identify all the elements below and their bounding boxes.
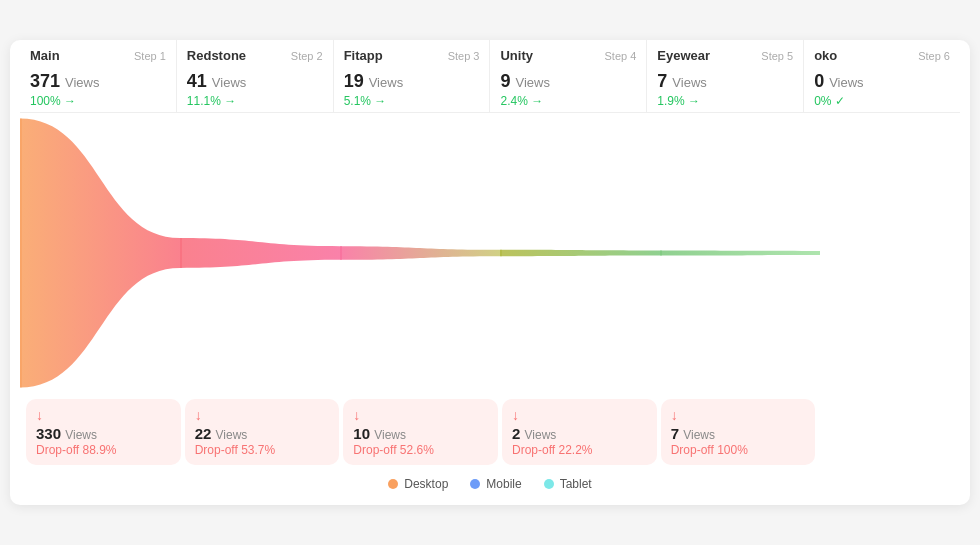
views-pct-4: 1.9% →: [647, 92, 803, 112]
dropoff-arrow-4: ↓: [671, 407, 678, 423]
legend-dot-0: [388, 479, 398, 489]
step-col-0: MainStep 1371 Views100% →: [20, 40, 177, 112]
funnel-visual: [20, 113, 960, 393]
svg-rect-0: [20, 119, 22, 388]
step-header-2: FitappStep 3: [334, 40, 490, 67]
dropoff-card-4: ↓ 7 Views Drop-off 100%: [661, 399, 816, 465]
svg-rect-4: [660, 250, 662, 255]
legend-dot-2: [544, 479, 554, 489]
dropoff-label-1: Drop-off 53.7%: [195, 443, 276, 457]
step-header-1: RedstoneStep 2: [177, 40, 333, 67]
dropoff-card-3: ↓ 2 Views Drop-off 22.2%: [502, 399, 657, 465]
dropoff-card-2: ↓ 10 Views Drop-off 52.6%: [343, 399, 498, 465]
dropoff-label-3: Drop-off 22.2%: [512, 443, 593, 457]
dropoff-views-4: 7 Views: [671, 425, 715, 442]
steps-header-row: MainStep 1371 Views100% →RedstoneStep 24…: [20, 40, 960, 113]
views-count-1: 41 Views: [177, 67, 333, 92]
views-count-5: 0 Views: [804, 67, 960, 92]
step-number-5: Step 6: [918, 50, 950, 62]
legend-label-0: Desktop: [404, 477, 448, 491]
step-header-5: okoStep 6: [804, 40, 960, 67]
dropoff-label-4: Drop-off 100%: [671, 443, 748, 457]
views-count-3: 9 Views: [490, 67, 646, 92]
step-col-5: okoStep 60 Views0% ✓: [804, 40, 960, 112]
dropoff-arrow-2: ↓: [353, 407, 360, 423]
dropoff-card-5: [819, 399, 954, 465]
step-number-4: Step 5: [761, 50, 793, 62]
views-pct-2: 5.1% →: [334, 92, 490, 112]
step-number-1: Step 2: [291, 50, 323, 62]
views-pct-1: 11.1% →: [177, 92, 333, 112]
svg-rect-3: [500, 250, 502, 256]
legend-label-2: Tablet: [560, 477, 592, 491]
dropoff-views-2: 10 Views: [353, 425, 406, 442]
svg-rect-1: [180, 238, 182, 268]
dropoff-arrow-3: ↓: [512, 407, 519, 423]
step-name-5: oko: [814, 48, 837, 63]
views-pct-5: 0% ✓: [804, 92, 960, 112]
views-count-0: 371 Views: [20, 67, 176, 92]
step-number-0: Step 1: [134, 50, 166, 62]
dropoff-card-1: ↓ 22 Views Drop-off 53.7%: [185, 399, 340, 465]
dropoff-views-0: 330 Views: [36, 425, 97, 442]
step-header-0: MainStep 1: [20, 40, 176, 67]
dropoff-card-0: ↓ 330 Views Drop-off 88.9%: [26, 399, 181, 465]
dropoff-arrow-1: ↓: [195, 407, 202, 423]
step-name-3: Unity: [500, 48, 533, 63]
step-number-3: Step 4: [605, 50, 637, 62]
views-pct-0: 100% →: [20, 92, 176, 112]
step-name-2: Fitapp: [344, 48, 383, 63]
step-header-4: EyewearStep 5: [647, 40, 803, 67]
dropoff-views-3: 2 Views: [512, 425, 556, 442]
legend-label-1: Mobile: [486, 477, 521, 491]
svg-rect-2: [340, 246, 342, 260]
funnel-chart: MainStep 1371 Views100% →RedstoneStep 24…: [10, 40, 970, 505]
dropoff-row: ↓ 330 Views Drop-off 88.9% ↓ 22 Views Dr…: [20, 393, 960, 465]
step-header-3: UnityStep 4: [490, 40, 646, 67]
step-col-3: UnityStep 49 Views2.4% →: [490, 40, 647, 112]
dropoff-label-0: Drop-off 88.9%: [36, 443, 117, 457]
legend-item-1: Mobile: [470, 477, 521, 491]
dropoff-label-2: Drop-off 52.6%: [353, 443, 434, 457]
step-col-4: EyewearStep 57 Views1.9% →: [647, 40, 804, 112]
legend-item-0: Desktop: [388, 477, 448, 491]
dropoff-views-1: 22 Views: [195, 425, 248, 442]
step-name-0: Main: [30, 48, 60, 63]
views-pct-3: 2.4% →: [490, 92, 646, 112]
step-col-2: FitappStep 319 Views5.1% →: [334, 40, 491, 112]
legend-dot-1: [470, 479, 480, 489]
legend-row: DesktopMobileTablet: [20, 477, 960, 491]
views-count-4: 7 Views: [647, 67, 803, 92]
step-name-4: Eyewear: [657, 48, 710, 63]
views-count-2: 19 Views: [334, 67, 490, 92]
step-col-1: RedstoneStep 241 Views11.1% →: [177, 40, 334, 112]
legend-item-2: Tablet: [544, 477, 592, 491]
step-number-2: Step 3: [448, 50, 480, 62]
step-name-1: Redstone: [187, 48, 246, 63]
dropoff-arrow-0: ↓: [36, 407, 43, 423]
